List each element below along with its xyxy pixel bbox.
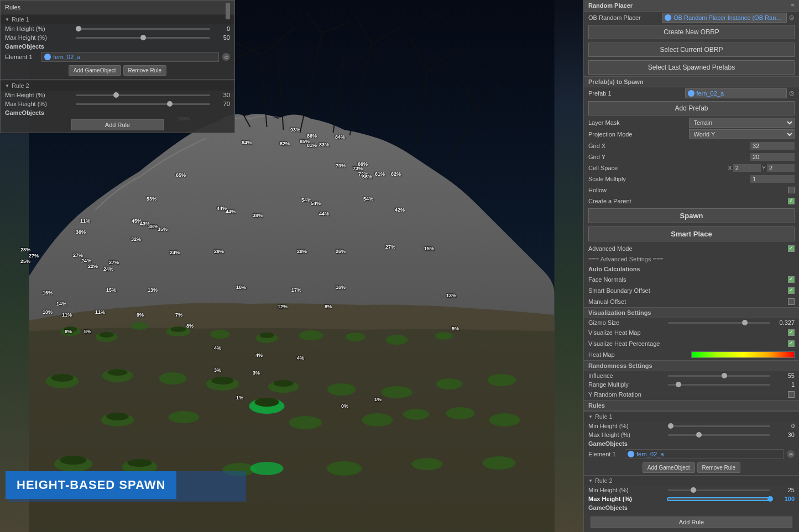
rule2-max-slider[interactable]: 70	[76, 101, 230, 107]
rule1-max-slider[interactable]: 50	[76, 34, 230, 41]
pct-label: 54%	[301, 197, 311, 203]
smart-place-btn[interactable]: Smart Place	[588, 227, 795, 241]
grid-y-input[interactable]	[750, 153, 795, 161]
pct-label: 3%	[253, 370, 260, 376]
select-current-obrp-btn[interactable]: Select Current OBRP	[588, 43, 795, 57]
right-panel: Random Placer ≡ OB Random Placer OB Rand…	[583, 0, 799, 532]
visualize-heat-pct-checkbox[interactable]	[788, 340, 795, 347]
rp-rule1-max-slider[interactable]	[668, 434, 770, 436]
range-multiply-slider[interactable]	[668, 384, 770, 386]
pct-label: 66%	[362, 174, 372, 180]
pct-label: 13%	[148, 287, 158, 293]
pct-label: 11%	[62, 312, 72, 318]
y-random-rot-checkbox[interactable]	[788, 391, 795, 398]
rp-add-rule-btn[interactable]: Add Rule	[591, 517, 792, 528]
smart-boundary-checkbox[interactable]	[788, 287, 795, 294]
grid-x-input[interactable]	[750, 142, 795, 150]
advanced-mode-row: Advanced Mode	[584, 243, 799, 254]
rp-rule2-max-slider[interactable]	[668, 498, 770, 500]
rule1-header[interactable]: Rule 1	[1, 14, 234, 24]
heat-map-bar[interactable]	[691, 351, 795, 358]
ob-random-placer-field[interactable]: OB Random Placer Instance (OB Random Pla…	[662, 13, 787, 23]
projection-mode-label: Projection Mode	[588, 131, 689, 138]
create-parent-checkbox[interactable]	[788, 198, 795, 204]
rp-rule2-max-value: 100	[772, 496, 795, 502]
remove-rule-btn[interactable]: Remove Rule	[123, 65, 167, 76]
pct-label: 25%	[20, 259, 30, 264]
prefab-icon	[688, 90, 694, 97]
main-container: 100% 93% 86% 85% 81% 84% 84% 82% 83% 66%…	[0, 0, 799, 532]
rp-remove-rule-btn[interactable]: Remove Rule	[697, 462, 741, 473]
ob-icon	[665, 14, 671, 21]
layer-mask-select[interactable]: Terrain	[689, 118, 795, 128]
pct-label: 84%	[242, 140, 252, 145]
grid-x-label: Grid X	[588, 143, 750, 149]
rule1-min-slider[interactable]: 0	[76, 25, 230, 32]
rp-rule1-max-value: 30	[772, 431, 795, 438]
pct-label: 84%	[335, 134, 345, 140]
cell-space-row: Cell Space X Y	[584, 162, 799, 173]
ob-target-icon[interactable]: ◎	[789, 14, 795, 21]
cell-space-y-input[interactable]	[767, 164, 795, 172]
rp-rule2-min-slider[interactable]	[668, 489, 770, 491]
element-target-btn[interactable]: ◎	[222, 53, 230, 61]
influence-value: 55	[772, 372, 795, 379]
visualize-heat-map-checkbox[interactable]	[788, 329, 795, 336]
rule1-element1-value[interactable]: fern_02_a	[41, 52, 219, 62]
pct-label: 4%	[255, 352, 263, 358]
rp-rule2-header[interactable]: Rule 2	[584, 475, 799, 486]
gizmo-size-slider[interactable]	[668, 322, 770, 324]
add-gameobject-btn[interactable]: Add GameObject	[69, 65, 121, 76]
rp-rule1-header[interactable]: Rule 1	[584, 411, 799, 422]
rp-menu-icon[interactable]: ≡	[791, 2, 795, 9]
influence-row: Influence 55	[584, 371, 799, 380]
title-text: HEIGHT-BASED SPAWN	[17, 478, 165, 492]
rp-title: Random Placer	[588, 2, 633, 9]
rule1-gameobjects: GameObjects	[1, 42, 234, 51]
prefab-target-icon[interactable]: ◎	[789, 89, 795, 97]
pct-label: 54%	[363, 196, 373, 202]
pct-label: 81%	[307, 143, 317, 148]
rule1-min-value: 0	[213, 25, 230, 32]
pct-label: 38%	[148, 224, 158, 229]
projection-mode-select[interactable]: World Y	[689, 129, 795, 139]
divider	[1, 79, 234, 80]
pct-label: 16%	[336, 285, 346, 290]
rule2-header[interactable]: Rule 2	[1, 81, 234, 91]
manual-offset-checkbox[interactable]	[788, 298, 795, 305]
prefab1-field[interactable]: fern_02_a	[685, 88, 787, 98]
spawn-btn[interactable]: Spawn	[588, 208, 795, 223]
pct-label: 82%	[280, 141, 290, 146]
influence-slider[interactable]	[668, 375, 770, 377]
pct-label: 38%	[253, 213, 263, 218]
rp-rule1-min-slider[interactable]	[668, 425, 770, 427]
visualize-heat-pct-row: Visualize Heat Percentage	[584, 338, 799, 349]
face-normals-checkbox[interactable]	[788, 276, 795, 283]
pct-label: 29%	[214, 249, 224, 254]
scale-multiply-input[interactable]	[750, 175, 795, 183]
rp-rule1-min-label: Min Height (%)	[588, 423, 666, 429]
select-last-spawned-btn[interactable]: Select Last Spawned Prefabs	[588, 60, 795, 75]
rule2-min-label: Min Height (%)	[5, 92, 71, 98]
gizmo-size-label: Gizmo Size	[588, 319, 666, 326]
pct-label: 24%	[103, 266, 113, 272]
hollow-row: Hollow	[584, 185, 799, 196]
rp-rule2-gameobjects: GameObjects	[584, 503, 799, 512]
rp-add-gameobject-btn[interactable]: Add GameObject	[643, 462, 695, 473]
advanced-mode-checkbox[interactable]	[788, 245, 795, 252]
projection-mode-row: Projection Mode World Y	[584, 129, 799, 140]
hollow-checkbox[interactable]	[788, 187, 795, 193]
create-new-obrp-btn[interactable]: Create New OBRP	[588, 25, 795, 39]
rp-rule1-element1-field[interactable]: fern_02_a	[625, 449, 784, 459]
title-banner: HEIGHT-BASED SPAWN	[6, 471, 176, 499]
rule2-min-slider[interactable]: 30	[76, 92, 230, 98]
rp-element-target-btn[interactable]: ◎	[787, 450, 795, 458]
visualize-heat-map-row: Visualize Heat Map	[584, 327, 799, 338]
cell-space-y-label: Y	[762, 165, 766, 171]
cell-space-x-input[interactable]	[733, 164, 761, 172]
rule2-min-height-row: Min Height (%) 30	[1, 91, 234, 99]
add-prefab-btn[interactable]: Add Prefab	[588, 101, 795, 115]
add-rule-btn[interactable]: Add Rule	[71, 119, 164, 130]
rp-rule1-gameobjects: GameObjects	[584, 439, 799, 448]
auto-calc-title: Auto Calculations	[584, 264, 799, 274]
